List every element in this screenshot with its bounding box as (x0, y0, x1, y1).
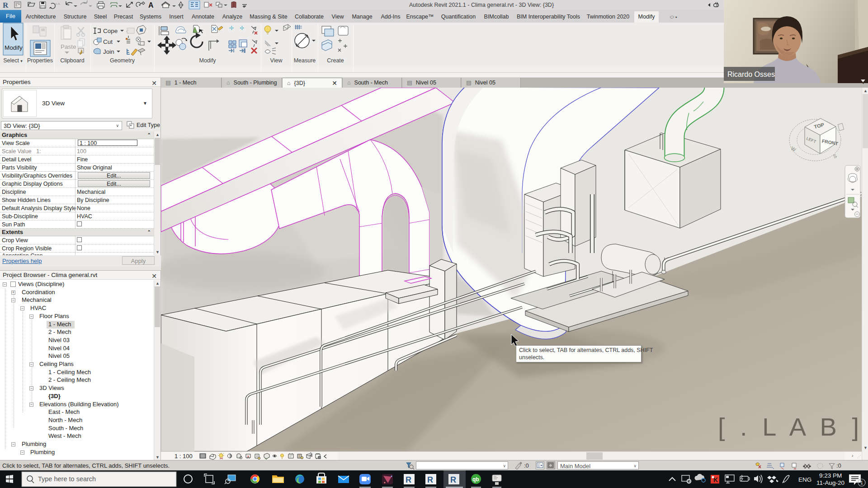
svg-text:Ricardo Osses: Ricardo Osses (727, 70, 775, 78)
svg-text:Modify: Modify (5, 44, 23, 51)
svg-text:A: A (148, 1, 154, 9)
svg-text:Cope: Cope (103, 28, 118, 34)
svg-text:R: R (450, 475, 456, 484)
svg-text:Type here to search: Type here to search (38, 475, 96, 483)
svg-text:Join: Join (103, 48, 114, 55)
svg-text:9:23 PM: 9:23 PM (819, 472, 842, 479)
svg-text:qb: qb (472, 476, 479, 483)
svg-text:11-Aug-20: 11-Aug-20 (816, 479, 844, 486)
svg-text:R: R (406, 475, 411, 484)
svg-text:R: R (3, 1, 9, 9)
svg-text:Paste: Paste (61, 43, 76, 50)
svg-text:K: K (713, 476, 718, 483)
svg-text:Cut: Cut (103, 38, 113, 45)
svg-text:ENG: ENG (798, 476, 811, 483)
svg-text:R: R (427, 475, 433, 484)
svg-text:1: 1 (860, 480, 863, 485)
